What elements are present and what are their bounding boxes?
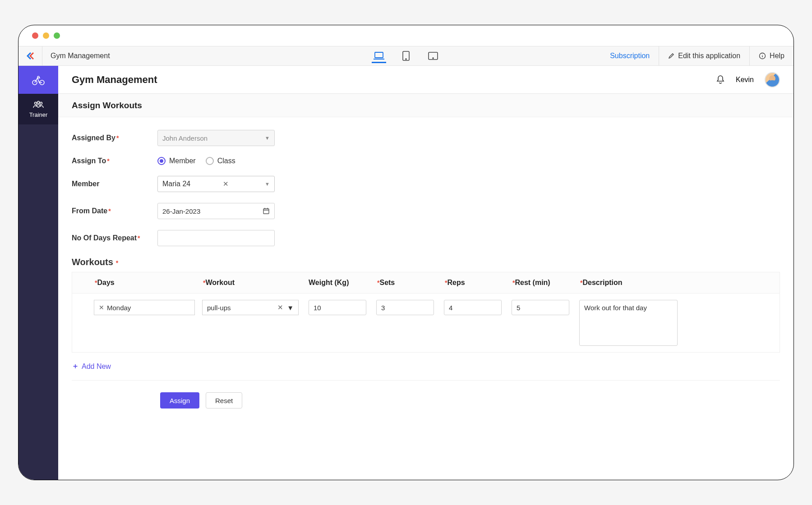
- th-workout: *Workout: [202, 279, 309, 287]
- bell-icon[interactable]: [716, 75, 725, 85]
- from-date-input[interactable]: 26-Jan-2023: [157, 203, 275, 219]
- help-label: Help: [770, 52, 784, 60]
- svg-point-9: [40, 102, 42, 104]
- days-value: Monday: [107, 304, 131, 312]
- reset-label: Reset: [215, 397, 233, 404]
- help-button[interactable]: Help: [750, 46, 794, 65]
- rest-value: 5: [517, 304, 520, 312]
- reset-button[interactable]: Reset: [206, 392, 242, 409]
- label-assign-to: Assign To*: [72, 157, 157, 165]
- username: Kevin: [736, 76, 754, 84]
- reps-value: 4: [449, 304, 452, 312]
- rest-input[interactable]: 5: [512, 300, 569, 315]
- row-days-repeat: No Of Days Repeat*: [72, 230, 780, 246]
- sets-value: 3: [381, 304, 385, 312]
- device-switch: [372, 49, 440, 63]
- assign-label: Assign: [170, 397, 190, 404]
- chevron-down-icon: ▼: [265, 135, 270, 141]
- topbar-right: Subscription Edit this application Help: [601, 46, 794, 65]
- assigned-by-value: John Anderson: [162, 134, 208, 142]
- cell-days: ✕ Monday: [94, 300, 202, 315]
- body: Trainer Gym Management Kevin Assign Work…: [18, 66, 794, 480]
- app-name: Gym Management: [42, 52, 118, 60]
- sidebar: Trainer: [18, 66, 58, 480]
- app-window: Gym Management Subscription Edit this ap…: [18, 25, 794, 480]
- days-select[interactable]: ✕ Monday: [94, 300, 195, 315]
- radio-member[interactable]: Member: [157, 157, 196, 165]
- window-close-dot[interactable]: [32, 32, 38, 39]
- cell-workout: pull-ups ✕ ▼: [202, 300, 309, 315]
- assign-to-radio-group: Member Class: [157, 157, 235, 165]
- tablet-icon[interactable]: [399, 49, 413, 63]
- radio-dot-icon: [206, 157, 214, 165]
- radio-class-label: Class: [217, 157, 235, 165]
- form-actions: Assign Reset: [72, 380, 780, 427]
- weight-input[interactable]: 10: [309, 300, 366, 315]
- cycling-icon: [32, 74, 45, 85]
- header-right: Kevin: [716, 72, 780, 87]
- table-row: ✕ Monday pull-ups ✕ ▼: [72, 294, 780, 352]
- reps-input[interactable]: 4: [444, 300, 502, 315]
- window-max-dot[interactable]: [54, 32, 60, 39]
- subheader: Assign Workouts: [58, 94, 794, 117]
- topbar: Gym Management Subscription Edit this ap…: [18, 46, 794, 66]
- window-min-dot[interactable]: [43, 32, 49, 39]
- close-icon[interactable]: ✕: [277, 303, 283, 312]
- th-weight: Weight (Kg): [309, 279, 376, 287]
- cell-rest: 5: [512, 300, 579, 315]
- calendar-icon[interactable]: [263, 207, 270, 215]
- th-rest: *Rest (min): [512, 279, 579, 287]
- sets-input[interactable]: 3: [376, 300, 434, 315]
- row-assign-to: Assign To* Member Class: [72, 157, 780, 165]
- radio-dot-icon: [157, 157, 166, 165]
- svg-rect-0: [375, 52, 383, 58]
- workouts-section-title: Workouts *: [72, 257, 780, 267]
- sidebar-item-label: Trainer: [29, 111, 48, 118]
- table-head: *Days *Workout Weight (Kg) *Sets *Reps *…: [72, 272, 780, 294]
- th-sets: *Sets: [376, 279, 444, 287]
- add-new-label: Add New: [82, 363, 111, 371]
- workout-select[interactable]: pull-ups ✕ ▼: [202, 300, 299, 315]
- weight-value: 10: [314, 304, 321, 312]
- sidebar-item-cycling[interactable]: [18, 66, 58, 94]
- edit-application-button[interactable]: Edit this application: [659, 46, 749, 65]
- row-assigned-by: Assigned By* John Anderson ▼: [72, 130, 780, 146]
- row-member: Member Maria 24 ✕ ▼: [72, 176, 780, 192]
- from-date-value: 26-Jan-2023: [162, 207, 200, 215]
- svg-point-8: [35, 102, 37, 104]
- member-select[interactable]: Maria 24 ✕ ▼: [157, 176, 275, 192]
- assigned-by-select[interactable]: John Anderson ▼: [157, 130, 275, 146]
- app-logo-icon: [25, 50, 36, 61]
- cell-weight: 10: [309, 300, 376, 315]
- close-icon[interactable]: ✕: [223, 180, 229, 188]
- page-title: Gym Management: [72, 74, 157, 86]
- description-input[interactable]: Work out for that day: [579, 300, 678, 346]
- avatar[interactable]: [765, 72, 780, 87]
- th-desc: *Description: [579, 279, 774, 287]
- laptop-icon[interactable]: [372, 49, 386, 63]
- svg-point-2: [406, 59, 406, 60]
- form-area: Assigned By* John Anderson ▼ Assign To* …: [58, 117, 794, 480]
- radio-class[interactable]: Class: [206, 157, 235, 165]
- tablet-landscape-icon[interactable]: [426, 49, 440, 63]
- label-from-date: From Date*: [72, 207, 157, 215]
- sidebar-item-trainer[interactable]: Trainer: [18, 94, 58, 124]
- subscription-link[interactable]: Subscription: [601, 52, 659, 60]
- main: Gym Management Kevin Assign Workouts Ass…: [58, 66, 794, 480]
- svg-point-10: [37, 101, 40, 103]
- svg-point-4: [433, 58, 434, 59]
- plus-icon: ＋: [72, 362, 79, 371]
- chevron-down-icon: ▼: [265, 181, 270, 187]
- assign-button[interactable]: Assign: [160, 392, 199, 409]
- close-icon[interactable]: ✕: [99, 304, 104, 311]
- th-reps: *Reps: [444, 279, 512, 287]
- cell-desc: Work out for that day: [579, 300, 774, 346]
- cell-sets: 3: [376, 300, 444, 315]
- days-repeat-input[interactable]: [157, 230, 275, 246]
- th-days: *Days: [94, 279, 202, 287]
- label-member: Member: [72, 180, 157, 188]
- label-days-repeat: No Of Days Repeat*: [72, 234, 157, 242]
- add-new-button[interactable]: ＋ Add New: [72, 353, 111, 380]
- workout-value: pull-ups: [207, 304, 231, 312]
- cell-reps: 4: [444, 300, 512, 315]
